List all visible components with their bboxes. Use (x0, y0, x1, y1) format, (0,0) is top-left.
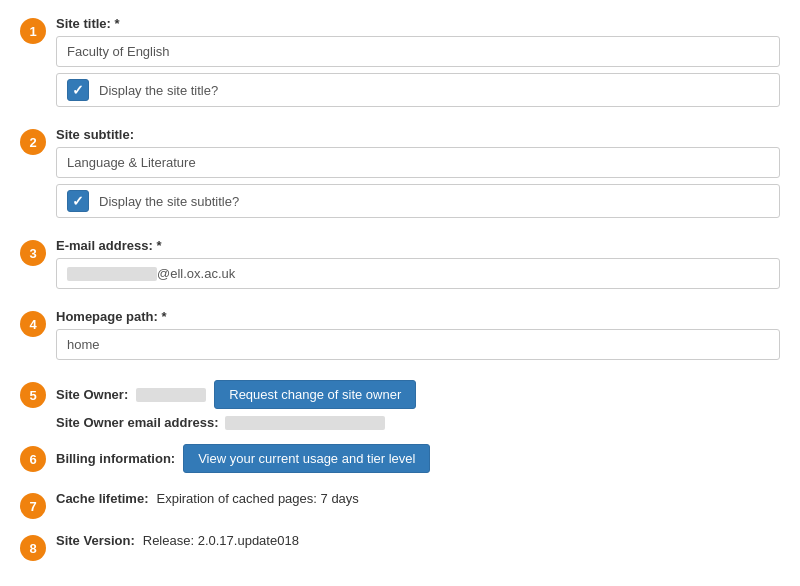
cache-lifetime-value: Expiration of cached pages: 7 days (156, 491, 358, 506)
email-domain: @ell.ox.ac.uk (157, 266, 235, 281)
section-site-version: 8 Site Version: Release: 2.0.17.update01… (20, 533, 780, 561)
section-site-subtitle: 2 Site subtitle: ✓ Display the site subt… (20, 127, 780, 224)
site-owner-email-label: Site Owner email address: (56, 415, 219, 430)
site-subtitle-input[interactable] (56, 147, 780, 178)
section-4-content: Homepage path: * (56, 309, 780, 366)
step-badge-3: 3 (20, 240, 46, 266)
section-2-content: Site subtitle: ✓ Display the site subtit… (56, 127, 780, 224)
step-badge-7: 7 (20, 493, 46, 519)
display-title-checkbox-row[interactable]: ✓ Display the site title? (56, 73, 780, 107)
site-owner-label: Site Owner: (56, 387, 128, 402)
homepage-path-input[interactable] (56, 329, 780, 360)
site-subtitle-label: Site subtitle: (56, 127, 780, 142)
step-badge-8: 8 (20, 535, 46, 561)
display-title-checkbox[interactable]: ✓ (67, 79, 89, 101)
site-owner-row: Site Owner: Request change of site owner (56, 380, 780, 409)
display-subtitle-checkbox[interactable]: ✓ (67, 190, 89, 212)
display-title-label: Display the site title? (99, 83, 218, 98)
section-3-content: E-mail address: * @ell.ox.ac.uk (56, 238, 780, 295)
billing-row: Billing information: View your current u… (56, 444, 780, 473)
email-label: E-mail address: * (56, 238, 780, 253)
section-6-content: Billing information: View your current u… (56, 444, 780, 477)
section-8-content: Site Version: Release: 2.0.17.update018 (56, 533, 780, 552)
request-change-owner-button[interactable]: Request change of site owner (214, 380, 416, 409)
section-site-owner: 5 Site Owner: Request change of site own… (20, 380, 780, 430)
display-subtitle-label: Display the site subtitle? (99, 194, 239, 209)
section-5-content: Site Owner: Request change of site owner… (56, 380, 780, 430)
step-badge-5: 5 (20, 382, 46, 408)
checkmark-icon: ✓ (72, 82, 84, 98)
section-homepage-path: 4 Homepage path: * (20, 309, 780, 366)
section-email: 3 E-mail address: * @ell.ox.ac.uk (20, 238, 780, 295)
step-badge-6: 6 (20, 446, 46, 472)
site-title-label: Site title: * (56, 16, 780, 31)
email-input-row: @ell.ox.ac.uk (56, 258, 780, 289)
site-owner-email-row: Site Owner email address: (56, 415, 780, 430)
step-badge-4: 4 (20, 311, 46, 337)
step-badge-1: 1 (20, 18, 46, 44)
checkmark-icon-2: ✓ (72, 193, 84, 209)
site-version-label: Site Version: (56, 533, 135, 548)
step-badge-2: 2 (20, 129, 46, 155)
billing-label: Billing information: (56, 451, 175, 466)
section-site-title: 1 Site title: * ✓ Display the site title… (20, 16, 780, 113)
email-blurred-prefix (67, 267, 157, 281)
section-7-content: Cache lifetime: Expiration of cached pag… (56, 491, 780, 510)
section-billing: 6 Billing information: View your current… (20, 444, 780, 477)
section-cache-lifetime: 7 Cache lifetime: Expiration of cached p… (20, 491, 780, 519)
view-usage-button[interactable]: View your current usage and tier level (183, 444, 430, 473)
site-owner-name-blurred (136, 388, 206, 402)
section-1-content: Site title: * ✓ Display the site title? (56, 16, 780, 113)
cache-lifetime-label: Cache lifetime: (56, 491, 148, 506)
site-title-input[interactable] (56, 36, 780, 67)
homepage-path-label: Homepage path: * (56, 309, 780, 324)
site-version-value: Release: 2.0.17.update018 (143, 533, 299, 548)
display-subtitle-checkbox-row[interactable]: ✓ Display the site subtitle? (56, 184, 780, 218)
cache-lifetime-row: Cache lifetime: Expiration of cached pag… (56, 491, 780, 506)
site-owner-email-blurred (225, 416, 385, 430)
site-version-row: Site Version: Release: 2.0.17.update018 (56, 533, 780, 548)
